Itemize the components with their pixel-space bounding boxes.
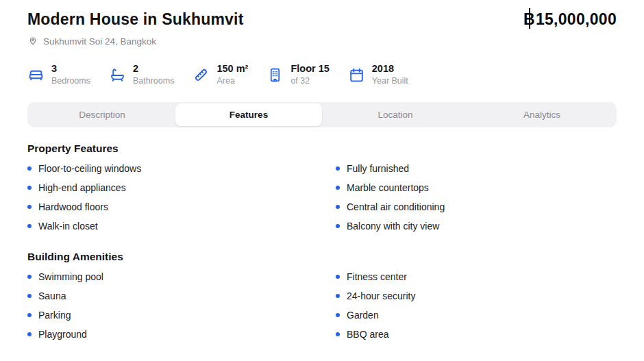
amenity-item: Sauna [27,286,336,306]
amenity-item: 24-hour security [336,286,617,306]
feature-text: Walk-in closet [38,221,98,232]
amenity-text: Fitness center [347,271,407,282]
feature-item: Floor-to-ceiling windows [27,159,336,178]
listing-header: Modern House in Sukhumvit 15,000,000 [27,10,617,29]
bullet-dot [27,205,32,209]
thai-baht-symbol [523,10,535,29]
bullet-dot [336,205,340,209]
price-amount: 15,000,000 [536,10,617,28]
amenity-text: 24-hour security [347,290,415,301]
amenity-item: Parking [27,306,336,325]
amenity-text: BBQ area [347,329,388,340]
stat-bathrooms: 2 Bathrooms [109,63,174,86]
stat-floor: Floor 15 of 32 [267,63,329,86]
amenity-grid: Swimming pool Sauna Parking Playground F… [27,267,617,344]
bullet-dot [27,166,32,171]
feature-text: High-end appliances [38,182,126,193]
stat-value: 150 m² [216,63,248,75]
calendar-icon [348,66,365,84]
location-text: Sukhumvit Soi 24, Bangkok [43,36,156,47]
feature-column-right: Fully furnished Marble countertops Centr… [336,159,617,236]
bath-icon [109,66,126,84]
stat-label: Bathrooms [133,76,174,86]
feature-text: Balcony with city view [347,221,439,232]
bullet-dot [336,275,340,279]
bullet-dot [27,275,32,279]
amenity-item: Garden [336,306,617,325]
amenity-item: Playground [27,325,336,344]
bullet-dot [336,186,340,190]
stat-bedrooms: 3 Bedrooms [27,63,90,86]
feature-text: Central air conditioning [347,201,445,212]
tab-bar: Description Features Location Analytics [27,102,617,127]
stat-label: Bedrooms [51,76,90,86]
bullet-dot [336,166,340,171]
bullet-dot [336,294,340,298]
property-price: 15,000,000 [523,10,617,29]
section-heading-building-amenities: Building Amenities [27,250,617,263]
feature-item: High-end appliances [27,178,336,197]
feature-text: Floor-to-ceiling windows [38,163,141,174]
stats-row: 3 Bedrooms 2 Bathrooms [27,63,617,86]
stat-label: Area [216,76,248,86]
feature-item: Fully furnished [336,159,617,178]
bullet-dot [336,332,340,336]
section-heading-property-features: Property Features [27,142,617,155]
feature-item: Hardwood floors [27,197,336,216]
amenity-text: Garden [347,310,379,321]
amenity-column-left: Swimming pool Sauna Parking Playground [27,267,336,344]
amenity-item: Swimming pool [27,267,336,286]
amenity-text: Swimming pool [38,271,103,282]
section-property-features: Property Features Floor-to-ceiling windo… [27,142,617,236]
feature-text: Marble countertops [347,182,429,193]
bullet-dot [27,294,32,298]
amenity-item: BBQ area [336,325,617,344]
bullet-dot [336,313,340,317]
stat-label: of 32 [290,76,329,86]
bullet-dot [27,313,32,317]
tab-analytics[interactable]: Analytics [469,103,615,126]
tab-location[interactable]: Location [322,103,469,126]
feature-item: Marble countertops [336,178,617,197]
amenity-item: Fitness center [336,267,617,286]
stat-value: 3 [51,63,90,75]
section-building-amenities: Building Amenities Swimming pool Sauna P… [27,250,617,344]
location-pin-icon [27,35,38,48]
feature-item: Balcony with city view [336,216,617,236]
ruler-icon [193,66,210,84]
tab-features[interactable]: Features [175,103,322,126]
bullet-dot [27,224,32,228]
building-icon [267,66,284,84]
stat-value: 2 [133,63,174,75]
stat-label: Year Built [372,76,408,86]
amenity-text: Playground [38,329,87,340]
bullet-dot [336,224,340,228]
stat-area: 150 m² Area [193,63,248,86]
bullet-dot [27,186,32,190]
feature-grid: Floor-to-ceiling windows High-end applia… [27,159,617,236]
stat-year-built: 2018 Year Built [348,63,408,86]
feature-item: Central air conditioning [336,197,617,216]
amenity-text: Parking [38,310,71,321]
amenity-column-right: Fitness center 24-hour security Garden B… [336,267,617,344]
amenity-text: Sauna [38,290,66,301]
bed-icon [27,66,45,84]
property-listing-page: Modern House in Sukhumvit 15,000,000 Suk… [0,0,644,344]
feature-text: Hardwood floors [38,201,108,212]
property-location: Sukhumvit Soi 24, Bangkok [27,35,617,48]
feature-text: Fully furnished [347,163,409,174]
stat-value: Floor 15 [290,63,329,75]
tab-description[interactable]: Description [29,103,175,126]
bullet-dot [27,332,32,336]
stat-value: 2018 [372,63,408,75]
feature-item: Walk-in closet [27,216,336,236]
feature-column-left: Floor-to-ceiling windows High-end applia… [27,159,336,236]
page-title: Modern House in Sukhumvit [27,10,244,29]
